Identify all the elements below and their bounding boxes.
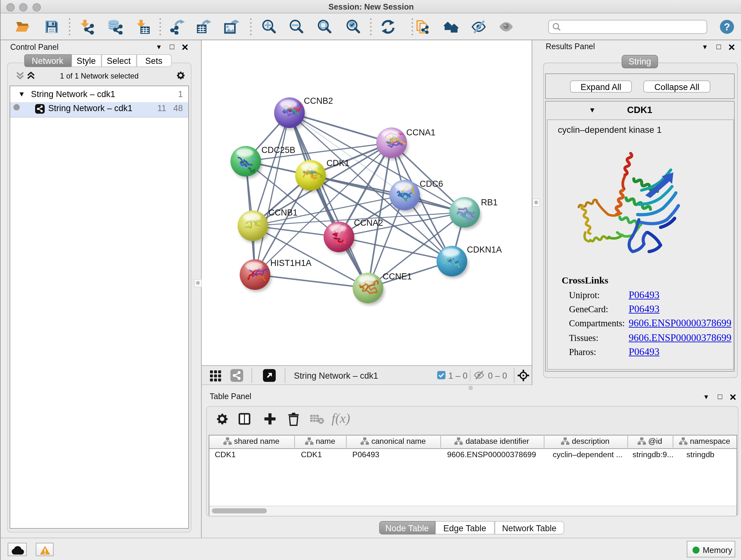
svg-text:RB1: RB1 xyxy=(481,197,497,207)
svg-text:CCNA2: CCNA2 xyxy=(354,218,383,227)
svg-text:CCNB1: CCNB1 xyxy=(268,207,297,217)
svg-text:CDC6: CDC6 xyxy=(419,179,443,188)
svg-text:CDC25B: CDC25B xyxy=(261,145,295,154)
svg-text:CCNB2: CCNB2 xyxy=(304,96,333,105)
svg-text:CDK1: CDK1 xyxy=(326,158,349,168)
svg-text:HIST1H1A: HIST1H1A xyxy=(270,258,311,267)
svg-text:CDKN1A: CDKN1A xyxy=(467,245,502,254)
svg-text:CCNA1: CCNA1 xyxy=(406,127,435,137)
svg-text:?: ? xyxy=(724,21,730,33)
svg-text:CCNE1: CCNE1 xyxy=(382,271,412,281)
